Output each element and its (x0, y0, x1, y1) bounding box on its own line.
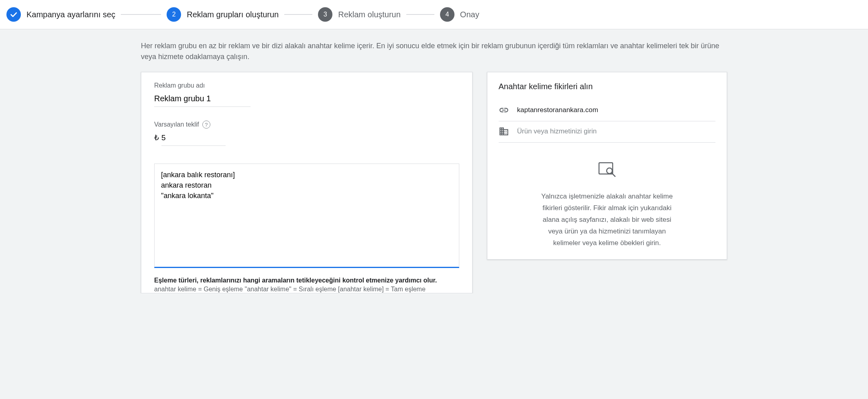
step-3[interactable]: 3 Reklam oluşturun (318, 7, 401, 22)
help-icon[interactable]: ? (202, 121, 210, 129)
connector (121, 14, 161, 15)
default-bid-input[interactable] (161, 131, 226, 146)
adgroup-name-label: Reklam grubu adı (154, 82, 459, 89)
url-row[interactable] (499, 100, 715, 121)
step-2[interactable]: 2 Reklam grupları oluşturun (167, 7, 279, 22)
empty-state-icon (499, 162, 715, 178)
step-2-number: 2 (167, 7, 181, 22)
intro-text: Her reklam grubu en az bir reklam ve bir… (141, 41, 727, 62)
business-icon (499, 126, 509, 137)
step-4-label: Onay (460, 10, 479, 19)
step-1[interactable]: Kampanya ayarlarını seç (6, 7, 115, 22)
keywords-textarea[interactable] (154, 164, 459, 268)
adgroup-name-input[interactable] (154, 92, 251, 107)
step-2-label: Reklam grupları oluşturun (187, 10, 279, 19)
url-input[interactable] (516, 106, 715, 115)
step-3-label: Reklam oluşturun (338, 10, 401, 19)
match-types-hint: anahtar kelime = Geniş eşleme "anahtar k… (154, 286, 459, 293)
connector (284, 14, 312, 15)
product-input[interactable] (516, 127, 715, 136)
link-icon (499, 105, 509, 115)
adgroup-card: Reklam grubu adı Varsayılan teklif ? ₺ E… (141, 72, 473, 293)
stepper: Kampanya ayarlarını seç 2 Reklam gruplar… (0, 0, 868, 29)
keyword-ideas-card: Anahtar kelime fikirleri alın (487, 72, 727, 260)
step-1-label: Kampanya ayarlarını seç (26, 10, 115, 19)
svg-line-2 (611, 173, 615, 176)
match-types-title: Eşleme türleri, reklamlarınızı hangi ara… (154, 277, 459, 284)
step-4-number: 4 (440, 7, 454, 22)
connector (406, 14, 434, 15)
default-bid-label: Varsayılan teklif (154, 121, 199, 128)
step-3-number: 3 (318, 7, 332, 22)
empty-state-text: Yalnızca işletmenizle alakalı anahtar ke… (537, 191, 677, 249)
currency-symbol: ₺ (154, 133, 159, 142)
keyword-ideas-title: Anahtar kelime fikirleri alın (499, 82, 715, 91)
check-icon (6, 7, 21, 22)
step-4[interactable]: 4 Onay (440, 7, 479, 22)
product-row[interactable] (499, 121, 715, 143)
